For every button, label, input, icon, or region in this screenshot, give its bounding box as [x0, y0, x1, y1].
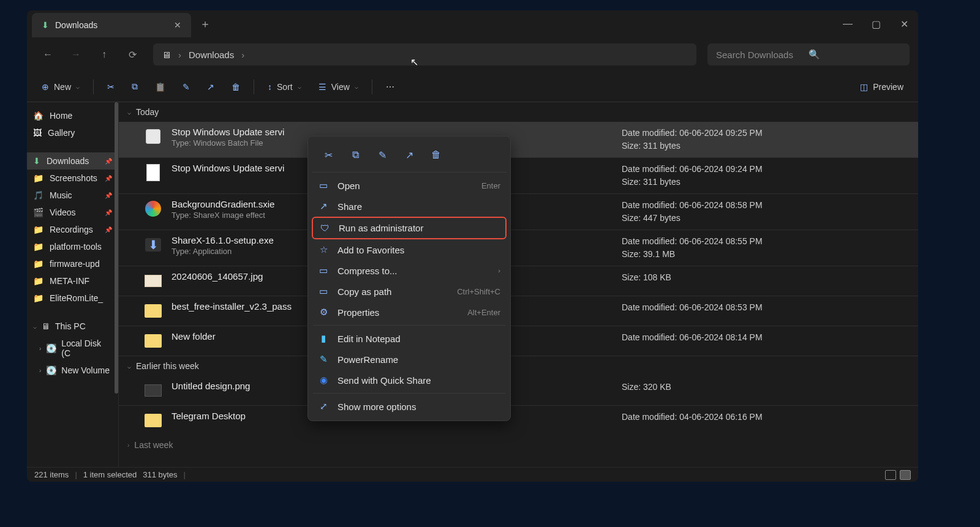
gallery-icon: 🖼	[33, 128, 42, 138]
file-row[interactable]: BackgroundGradient.sxieType: ShareX imag…	[119, 194, 918, 230]
search-icon: 🔍	[809, 49, 901, 60]
breadcrumb-location[interactable]: Downloads	[189, 50, 234, 60]
tab-downloads[interactable]: ⬇ Downloads ✕	[32, 13, 191, 37]
ctx-share-button[interactable]: ↗	[398, 144, 421, 166]
group-today[interactable]: ⌵Today	[119, 102, 918, 122]
folder-icon: 📁	[33, 173, 43, 183]
folder-icon: 📁	[33, 225, 43, 234]
video-icon: 🎬	[33, 207, 43, 217]
file-row[interactable]: Stop Windows Update servi Date modified:…	[119, 158, 918, 194]
chevron-right-icon: ›	[39, 367, 41, 374]
chevron-right-icon: ›	[127, 442, 129, 449]
ctx-compress[interactable]: ▭Compress to...›	[312, 260, 507, 281]
sidebar-home[interactable]: 🏠Home	[27, 107, 118, 124]
chevron-down-icon: ⌵	[33, 323, 37, 330]
chevron-right-icon: ›	[178, 50, 181, 60]
pin-icon: 📌	[105, 226, 112, 233]
pin-icon: 📌	[105, 209, 112, 216]
search-input[interactable]: Search Downloads 🔍	[707, 43, 910, 65]
chevron-down-icon: ⌵	[355, 83, 358, 90]
ctx-open[interactable]: ▭OpenEnter	[312, 175, 507, 196]
pin-icon: 📌	[105, 158, 112, 165]
preview-button[interactable]: ◫ Preview	[854, 78, 910, 95]
file-row[interactable]: Stop Windows Update serviType: Windows B…	[119, 122, 918, 158]
ctx-quick-share[interactable]: ◉Send with Quick Share	[312, 370, 507, 391]
chevron-down-icon: ⌵	[298, 83, 301, 90]
up-button[interactable]: ↑	[92, 42, 116, 67]
sidebar-this-pc[interactable]: ⌵🖥This PC	[27, 318, 118, 335]
sidebar-drive-new[interactable]: ›💽New Volume	[27, 362, 118, 379]
ctx-add-favorites[interactable]: ☆Add to Favorites	[312, 239, 507, 260]
forward-button[interactable]: →	[64, 42, 88, 67]
sidebar-item-eliteromlite[interactable]: 📁EliteRomLite_	[27, 290, 118, 307]
ctx-copy-button[interactable]: ⧉	[344, 144, 367, 166]
window-controls: — ▢ ✕	[834, 10, 918, 37]
notepad-icon: ▮	[318, 333, 329, 344]
chevron-down-icon: ⌵	[76, 83, 80, 90]
file-list: ⌵Today Stop Windows Update serviType: Wi…	[119, 102, 918, 467]
sidebar-item-meta-inf[interactable]: 📁META-INF	[27, 272, 118, 290]
tab-close-button[interactable]: ✕	[174, 20, 181, 30]
share-button[interactable]: ↗	[201, 78, 221, 95]
sidebar-scrollbar[interactable]	[115, 102, 118, 394]
more-button[interactable]: ⋯	[380, 78, 401, 95]
view-button[interactable]: ☰ View ⌵	[312, 78, 364, 95]
sidebar-drive-c[interactable]: ›💽Local Disk (C	[27, 335, 118, 362]
ctx-rename-button[interactable]: ✎	[371, 144, 394, 166]
ctx-copy-path[interactable]: ▭Copy as pathCtrl+Shift+C	[312, 281, 507, 302]
delete-button[interactable]: 🗑	[225, 78, 246, 95]
ctx-cut-button[interactable]: ✂	[317, 144, 340, 166]
close-button[interactable]: ✕	[890, 10, 918, 37]
file-row[interactable]: ⬇ ShareX-16.1.0-setup.exeType: Applicati…	[119, 230, 918, 266]
ctx-edit-notepad[interactable]: ▮Edit in Notepad	[312, 328, 507, 349]
rename-button[interactable]: ✎	[176, 78, 196, 95]
minimize-button[interactable]: —	[834, 10, 862, 37]
sidebar-item-music[interactable]: 🎵Music📌	[27, 187, 118, 204]
new-tab-button[interactable]: ＋	[200, 17, 211, 31]
chevron-right-icon: ›	[498, 267, 500, 274]
download-icon: ⬇	[33, 156, 40, 166]
status-selection: 1 item selected	[83, 470, 137, 479]
file-row[interactable]: best_free-installer_v2.3_pass Date modif…	[119, 296, 918, 326]
paste-button[interactable]: 📋	[149, 78, 172, 95]
download-icon: ⬇	[42, 20, 49, 30]
file-row[interactable]: 20240606_140657.jpg Size: 108 KB	[119, 266, 918, 296]
sidebar-item-downloads[interactable]: ⬇Downloads📌	[27, 152, 118, 170]
sidebar-item-recordings[interactable]: 📁Recordings📌	[27, 221, 118, 238]
sidebar-item-videos[interactable]: 🎬Videos📌	[27, 204, 118, 221]
refresh-button[interactable]: ⟳	[120, 42, 145, 67]
preview-icon: ◫	[860, 82, 868, 92]
ctx-run-as-admin[interactable]: 🛡Run as administrator	[312, 217, 507, 239]
new-button[interactable]: ⊕ New ⌵	[36, 78, 86, 95]
cut-button[interactable]: ✂	[101, 78, 121, 95]
file-row[interactable]: Telegram Desktop Date modified: 04-06-20…	[119, 406, 918, 435]
group-earlier[interactable]: ⌵Earlier this week	[119, 356, 918, 376]
ctx-show-more[interactable]: ⤢Show more options	[312, 396, 507, 417]
folder-icon: 📁	[33, 276, 43, 286]
music-icon: 🎵	[33, 190, 43, 200]
ctx-share[interactable]: ↗Share	[312, 196, 507, 217]
ctx-powerrename[interactable]: ✎PowerRename	[312, 349, 507, 370]
address-bar[interactable]: 🖥 › Downloads ›	[153, 43, 696, 65]
chevron-right-icon: ›	[39, 345, 41, 352]
drive-icon: 💽	[46, 343, 56, 353]
more-icon: ⤢	[318, 401, 329, 412]
sidebar-item-firmware[interactable]: 📁firmware-upd	[27, 255, 118, 272]
back-button[interactable]: ←	[36, 42, 60, 67]
ctx-delete-button[interactable]: 🗑	[424, 144, 448, 166]
pin-icon: 📌	[105, 175, 112, 182]
sort-button[interactable]: ↕ Sort ⌵	[262, 78, 307, 95]
sidebar-item-screenshots[interactable]: 📁Screenshots📌	[27, 170, 118, 187]
star-icon: ☆	[318, 244, 329, 255]
details-view-button[interactable]	[885, 470, 896, 480]
group-lastweek[interactable]: ›Last week	[119, 435, 918, 455]
maximize-button[interactable]: ▢	[862, 10, 890, 37]
file-row[interactable]: Untitled design.png Size: 320 KB	[119, 376, 918, 406]
file-row[interactable]: New folder Date modified: 06-06-2024 08:…	[119, 326, 918, 356]
copy-button[interactable]: ⧉	[126, 78, 144, 95]
thumbnails-view-button[interactable]	[900, 470, 911, 480]
chevron-right-icon: ›	[241, 50, 244, 60]
ctx-properties[interactable]: ⚙PropertiesAlt+Enter	[312, 302, 507, 323]
sidebar-item-platform-tools[interactable]: 📁platform-tools	[27, 238, 118, 255]
sidebar-gallery[interactable]: 🖼Gallery	[27, 124, 118, 141]
